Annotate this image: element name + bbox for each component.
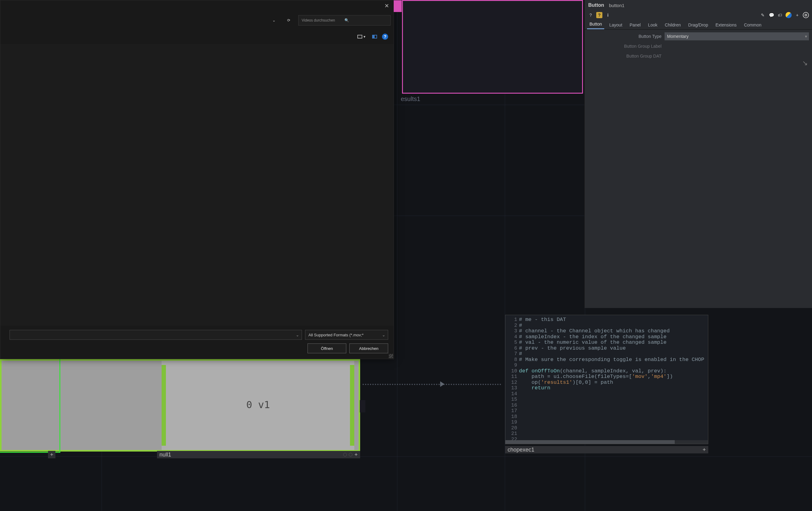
window-accent [394, 0, 402, 12]
add-param-icon[interactable]: + [794, 12, 800, 18]
param-header: Button button1 [584, 0, 812, 10]
code-content: # me - this DAT # # channel - the Channe… [519, 317, 704, 391]
viewer-flag-icon[interactable] [343, 453, 347, 456]
tab-panel[interactable]: Panel [627, 21, 643, 29]
param-rows: Button Type Momentary ▾ Button Group Lab… [584, 30, 812, 61]
tab-extensions[interactable]: Extensions [713, 21, 739, 29]
filetype-combo[interactable]: All Supported Formats (*.mov;* ⌄ [305, 330, 388, 340]
disabled-link-icon: ↘ [802, 59, 808, 67]
operator-name[interactable]: button1 [609, 3, 625, 8]
dialog-toolbar: ⌄ ⟳ Videos durchsuchen 🔍 [0, 11, 394, 29]
null-chop-node[interactable]: 0 v1 [0, 359, 360, 452]
chevron-down-icon[interactable]: ⌄ [269, 15, 279, 26]
edit-icon[interactable]: ✎ [760, 12, 766, 18]
resize-grip-icon[interactable] [389, 354, 393, 358]
search-placeholder: Videos durchsuchen [302, 18, 344, 23]
operator-type: Button [588, 2, 604, 8]
param-tabs: Button Layout Panel Look Children Drag/D… [584, 20, 812, 30]
tab-button[interactable]: Button [587, 20, 604, 29]
chopexec-dat-node[interactable]: 1 2 3 4 5 6 7 8 9 10 11 12 13 14 15 16 1… [505, 315, 708, 444]
output-connector[interactable] [360, 400, 366, 412]
info-icon[interactable]: i [605, 12, 611, 18]
param-label: Button Type [584, 34, 665, 39]
dropdown-caret-icon: ▾ [805, 34, 807, 39]
tab-children[interactable]: Children [662, 21, 683, 29]
tab-common[interactable]: Common [742, 21, 764, 29]
thumbnail-icon [357, 35, 362, 38]
preview-pane-icon [372, 35, 377, 38]
node-name-null1: null1 [160, 452, 171, 458]
dialog-file-list[interactable] [0, 44, 394, 326]
code-gutter: 1 2 3 4 5 6 7 8 9 10 11 12 13 14 15 16 1… [505, 317, 517, 442]
clone-flag-icon[interactable] [349, 453, 352, 456]
wiki-help-icon[interactable]: ? [596, 12, 602, 18]
filename-combo[interactable]: ⌄ [9, 330, 302, 340]
refresh-icon[interactable]: ⟳ [284, 15, 294, 26]
dialog-footer: ⌄ All Supported Formats (*.mov;* ⌄ Öffne… [0, 326, 394, 359]
param-row-groupdat: Button Group DAT [584, 51, 812, 61]
node-footer-chopexec1[interactable]: chopexec1 + [505, 446, 708, 453]
preview-pane-button[interactable] [370, 33, 379, 40]
parameters-panel: Button button1 ? ? i ✎ 💬 🏷 + Button Layo… [584, 0, 812, 308]
file-open-dialog: ✕ ⌄ ⟳ Videos durchsuchen 🔍 ▾ ? ⌄ All Sup… [0, 0, 394, 359]
wire-arrow-icon [440, 381, 444, 387]
node-label-results1: esults1 [401, 96, 420, 103]
help-icon[interactable]: ? [588, 12, 594, 18]
add-flag-icon[interactable]: + [354, 452, 358, 458]
param-value-buttontype[interactable]: Momentary ▾ [665, 32, 809, 41]
tag-icon[interactable]: 🏷 [777, 12, 783, 18]
add-flag-icon[interactable]: + [48, 451, 55, 458]
view-mode-button[interactable]: ▾ [355, 33, 367, 40]
cancel-button[interactable]: Abbrechen [349, 344, 388, 353]
param-iconrow: ? ? i ✎ 💬 🏷 + [584, 10, 812, 20]
tab-dragdrop[interactable]: Drag/Drop [686, 21, 711, 29]
search-input[interactable]: Videos durchsuchen 🔍 [298, 15, 390, 26]
filetype-value: All Supported Formats (*.mov;* [309, 333, 364, 337]
preview-viewer[interactable] [402, 0, 583, 93]
chop-channel-label: 0 v1 [246, 399, 270, 410]
close-button[interactable]: ✕ [379, 0, 394, 11]
param-label: Button Group DAT [584, 54, 665, 58]
reference-wire [362, 384, 501, 385]
open-button[interactable]: Öffnen [308, 344, 346, 353]
param-label: Button Group Label [584, 44, 665, 49]
code-scrollbar[interactable] [505, 440, 708, 444]
add-flag-icon[interactable]: + [702, 447, 706, 453]
help-icon[interactable]: ? [382, 33, 388, 40]
node-name-chopexec1: chopexec1 [508, 447, 534, 453]
tab-look[interactable]: Look [645, 21, 660, 29]
search-icon: 🔍 [344, 18, 387, 23]
dialog-titlebar[interactable]: ✕ [0, 0, 394, 11]
focus-icon[interactable] [803, 12, 809, 18]
comment-icon[interactable]: 💬 [768, 12, 775, 18]
node-footer-null1[interactable]: null1 + [157, 451, 360, 458]
dialog-view-row: ▾ ? [0, 29, 394, 44]
python-icon[interactable] [785, 12, 792, 18]
param-row-grouplabel: Button Group Label [584, 41, 812, 51]
param-row-buttontype: Button Type Momentary ▾ [584, 31, 812, 41]
tab-layout[interactable]: Layout [607, 21, 625, 29]
